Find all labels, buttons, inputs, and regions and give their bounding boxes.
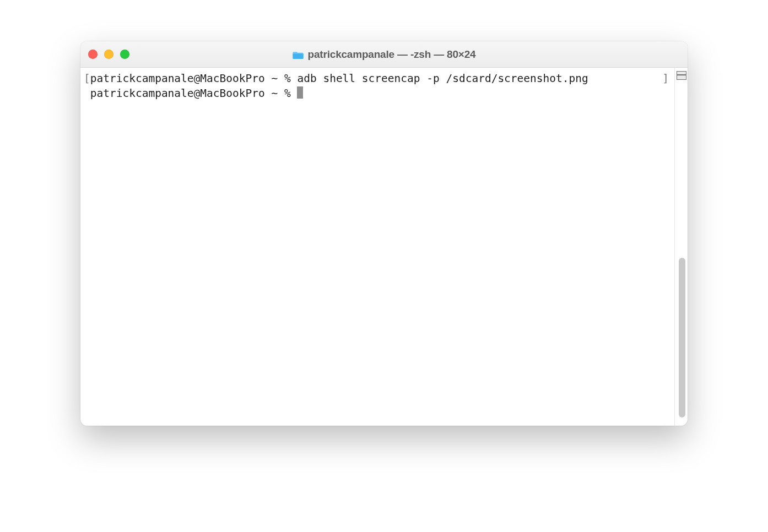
window-body: [patrickcampanale@MacBookPro ~ % adb she… bbox=[80, 68, 688, 426]
terminal-output[interactable]: [patrickcampanale@MacBookPro ~ % adb she… bbox=[80, 68, 674, 426]
cursor bbox=[297, 86, 303, 99]
minimize-button[interactable] bbox=[104, 50, 113, 59]
terminal-line-2: patrickcampanale@MacBookPro ~ % bbox=[84, 86, 670, 101]
titlebar[interactable]: patrickcampanale — -zsh — 80×24 bbox=[80, 41, 688, 68]
scrollbar-thumb[interactable] bbox=[679, 258, 685, 417]
folder-icon bbox=[293, 50, 304, 59]
alt-screen-icon[interactable] bbox=[677, 71, 686, 80]
window-title: patrickcampanale — -zsh — 80×24 bbox=[80, 48, 688, 61]
terminal-line-1: [patrickcampanale@MacBookPro ~ % adb she… bbox=[84, 71, 670, 86]
scroll-gutter bbox=[674, 68, 688, 426]
prompt-2: patrickcampanale@MacBookPro ~ % bbox=[84, 87, 297, 100]
terminal-window: patrickcampanale — -zsh — 80×24 [patrick… bbox=[80, 41, 688, 426]
prompt-1: patrickcampanale@MacBookPro ~ % bbox=[90, 72, 298, 85]
window-title-text: patrickcampanale — -zsh — 80×24 bbox=[308, 48, 476, 61]
prompt-bracket-open: [ bbox=[84, 72, 90, 85]
zoom-button[interactable] bbox=[120, 50, 129, 59]
prompt-bracket-close: ] bbox=[662, 71, 669, 86]
command-1: adb shell screencap -p /sdcard/screensho… bbox=[297, 72, 588, 85]
traffic-lights bbox=[88, 50, 129, 59]
close-button[interactable] bbox=[88, 50, 98, 59]
